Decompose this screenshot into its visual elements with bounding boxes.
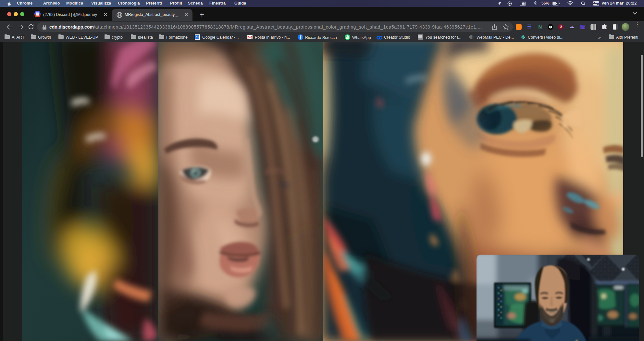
svg-text:2k+: 2k+	[36, 14, 39, 16]
